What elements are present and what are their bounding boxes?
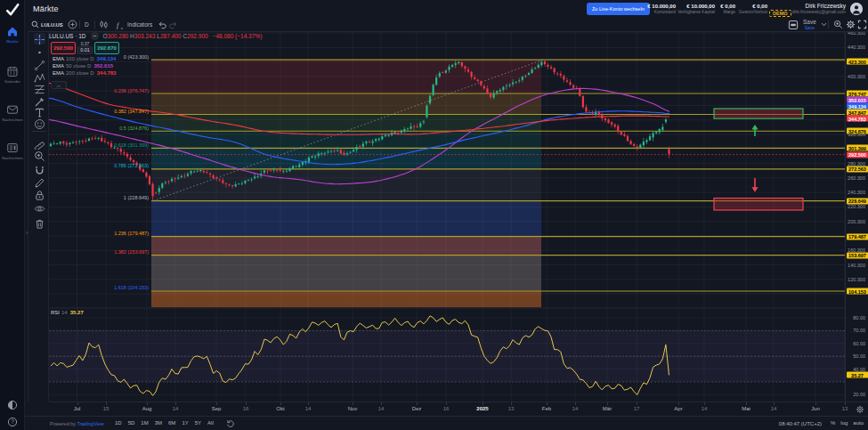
range-1m[interactable]: 1M	[138, 418, 150, 427]
stat-label: Kontostand	[647, 10, 676, 15]
gear-icon	[846, 20, 856, 29]
time-tickmark	[381, 402, 382, 405]
rsi-axis-label: 70.00	[853, 328, 865, 333]
sidebar-item-label: Kalender	[2, 78, 24, 83]
interval-button[interactable]: D	[85, 18, 89, 31]
log-scale-button[interactable]: log	[840, 418, 848, 427]
range-all[interactable]: All	[205, 418, 216, 427]
top-header: Märkte Zu Live-Konto wechseln € 10.000,0…	[25, 0, 868, 18]
trendline-tool[interactable]	[34, 59, 45, 70]
fib-retracement-tool[interactable]	[34, 83, 45, 94]
switch-to-live-account-button[interactable]: Zu Live-Konto wechseln	[587, 3, 650, 15]
magnet-tool[interactable]	[34, 164, 45, 175]
undo-icon	[158, 20, 167, 29]
theme-toggle-button[interactable]	[0, 398, 25, 414]
time-tickmark	[774, 402, 775, 405]
price-badge-301.399: 301.399	[847, 145, 868, 151]
price-badge-376.747: 376.747	[847, 91, 868, 97]
quick-search-button[interactable]	[833, 18, 843, 31]
user-info[interactable]: Dirk Friczewsky dirk.friczewsky@gmail.co…	[792, 3, 846, 14]
xabcd-pattern-tool[interactable]	[34, 71, 45, 83]
candle-body	[653, 133, 654, 137]
auto-scale-button[interactable]: auto	[852, 418, 864, 427]
sidebar-item-mrkte-0[interactable]: Märkte	[0, 25, 25, 44]
time-tick-Nov: Nov	[348, 406, 358, 411]
time-axis-gear-icon[interactable]	[856, 405, 864, 414]
candle-body	[611, 122, 612, 125]
fullscreen-button[interactable]	[857, 18, 867, 31]
eye-tool[interactable]	[34, 202, 45, 214]
candle-body	[499, 90, 501, 92]
brush-tool[interactable]	[34, 95, 45, 107]
user-email: dirk.friczewsky@gmail.com	[792, 9, 846, 14]
dot-tool[interactable]	[34, 48, 45, 60]
save-button[interactable]: Save Save	[803, 18, 816, 31]
chart-style-button[interactable]	[99, 18, 109, 31]
symbol-search-button[interactable]: LULU.US	[31, 18, 62, 31]
layout-icon	[788, 20, 799, 30]
draw-pen-tool[interactable]	[34, 176, 45, 188]
redo-button[interactable]	[168, 18, 178, 31]
candle-body	[151, 184, 153, 197]
range-1d[interactable]: 1D	[112, 418, 125, 427]
lock-tool[interactable]	[34, 189, 45, 200]
time-axis[interactable]: Jul15Aug14Sep16Okt14Nov14Dez16202513Feb1…	[49, 402, 868, 416]
reset-zoom-icon[interactable]	[226, 419, 235, 428]
chart-plot[interactable]	[49, 32, 845, 402]
zone-box-2[interactable]	[714, 199, 803, 210]
candle-body	[413, 126, 415, 127]
compare-add-symbol-button[interactable]	[68, 18, 77, 31]
stat-label: Verfügbares Kapital	[677, 10, 715, 15]
undo-button[interactable]	[158, 18, 167, 31]
trash-tool[interactable]	[34, 217, 45, 229]
scale-modes: % log auto	[830, 418, 864, 427]
tradingview-link[interactable]: TradingView	[77, 421, 103, 426]
candle-body	[165, 183, 166, 183]
time-tick-Sep: Sep	[212, 406, 222, 411]
percent-scale-button[interactable]: %	[830, 418, 836, 427]
toolbar-collapse-chevron[interactable]: ›	[26, 229, 31, 238]
avatar[interactable]	[850, 3, 863, 15]
price-axis-label: 240.300	[848, 190, 865, 195]
ruler-tool[interactable]	[34, 137, 45, 149]
range-3m[interactable]: 3M	[152, 418, 165, 427]
clock[interactable]: 08:40:47 (UTC+2)	[779, 421, 822, 426]
zone-box-1[interactable]	[714, 109, 803, 118]
toolbar-separator	[94, 20, 95, 28]
candle-body	[506, 85, 507, 86]
crosshair-tool[interactable]	[34, 33, 45, 45]
range-5d[interactable]: 5D	[126, 418, 138, 427]
toolbar-separator	[828, 20, 829, 28]
sidebar-item-kalender-1[interactable]: Kalender	[0, 65, 25, 84]
candle-body	[423, 121, 425, 122]
candle-body	[177, 178, 179, 179]
indicators-button[interactable]: f x Indicators	[116, 18, 152, 31]
candle-body	[442, 72, 443, 73]
range-6m[interactable]: 6M	[166, 418, 178, 427]
save-menu-caret[interactable]	[821, 18, 827, 31]
candle-body	[477, 80, 479, 82]
candle-body	[72, 142, 74, 143]
range-1y[interactable]: 1Y	[179, 418, 191, 427]
buy-button[interactable]: 292.870	[94, 42, 119, 54]
candle-body	[540, 62, 542, 66]
candle-body	[197, 171, 199, 172]
candle-body	[665, 119, 667, 122]
indicators-label: Indicators	[127, 21, 152, 28]
emoji-tool[interactable]	[34, 118, 45, 129]
layout-button[interactable]	[788, 18, 799, 31]
candle-body	[199, 170, 201, 171]
text-tool-tool[interactable]	[34, 106, 45, 118]
zoom-in-tool[interactable]	[34, 150, 45, 161]
sidebar-item-nachrichten-2[interactable]: Nachrichten	[0, 103, 25, 122]
price-axis[interactable]: 460.300440.300400.300340.300320.300280.3…	[845, 32, 868, 402]
magnifier-plus-icon	[833, 20, 843, 29]
sidebar-item-nachrichten-3[interactable]: Nachrichten	[0, 142, 25, 160]
range-5y[interactable]: 5Y	[192, 418, 204, 427]
time-tickmark	[483, 402, 483, 405]
sell-button[interactable]: 292.500	[51, 42, 76, 54]
help-button[interactable]: ?	[0, 415, 25, 430]
chart-settings-button[interactable]	[846, 18, 856, 31]
collapse-indicators-button[interactable]: ︿	[51, 81, 67, 89]
candle-body	[241, 183, 243, 184]
